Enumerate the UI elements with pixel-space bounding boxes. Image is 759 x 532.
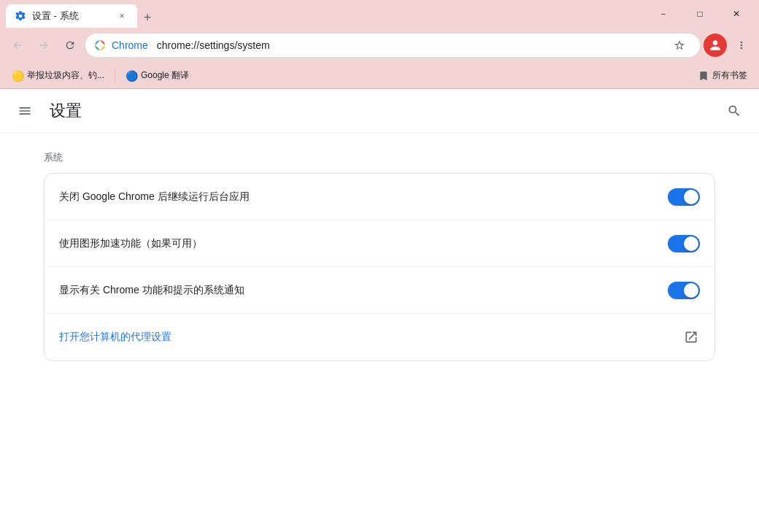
tab-settings-icon [15, 10, 26, 22]
bookmarks-divider [115, 69, 115, 83]
hardware-accel-toggle[interactable] [668, 235, 700, 252]
profile-button[interactable] [704, 34, 727, 57]
bookmark-item-spam[interactable]: 🟡 举报垃圾内容、钓... [6, 66, 110, 85]
settings-header: 设置 [0, 89, 759, 134]
sys-notifications-label: 显示有关 Chrome 功能和提示的系统通知 [59, 284, 668, 297]
bookmark-translate-label: Google 翻译 [141, 69, 189, 82]
page-title: 设置 [50, 100, 82, 122]
address-chrome-label: Chrome [112, 39, 148, 51]
svg-point-1 [98, 43, 101, 47]
settings-body: 系统 关闭 Google Chrome 后继续运行后台应用 使用图形加速功能（如… [0, 134, 759, 532]
navbar: Chrome chrome://settings/system [0, 28, 759, 63]
all-bookmarks-button[interactable]: 所有书签 [692, 66, 753, 85]
background-apps-toggle[interactable] [668, 188, 700, 206]
forward-button[interactable] [32, 34, 55, 57]
bookmark-spam-icon: 🟡 [12, 70, 24, 82]
tab-close-button[interactable]: × [115, 9, 128, 23]
maximize-button[interactable]: □ [683, 2, 717, 26]
close-button[interactable]: ✕ [720, 2, 753, 26]
settings-row-hardware-accel: 使用图形加速功能（如果可用） [45, 220, 714, 267]
bookmark-spam-label: 举报垃圾内容、钓... [27, 69, 104, 82]
address-security-icon [94, 39, 106, 51]
settings-row-proxy: 打开您计算机的代理设置 [45, 314, 714, 361]
tab-title-text: 设置 - 系统 [32, 9, 109, 23]
bookmark-item-translate[interactable]: 🔵 Google 翻译 [120, 66, 195, 85]
minimize-button[interactable]: － [647, 2, 680, 26]
main-content: 设置 系统 关闭 Google Chrome 后继续运行后台应用 使用图形加速功… [0, 89, 759, 532]
settings-row-sys-notifications: 显示有关 Chrome 功能和提示的系统通知 [45, 267, 714, 314]
external-link-icon [682, 328, 700, 346]
bookmarks-bar: 🟡 举报垃圾内容、钓... 🔵 Google 翻译 所有书签 [0, 63, 759, 89]
address-bar[interactable]: Chrome chrome://settings/system [85, 33, 701, 58]
proxy-settings-label[interactable]: 打开您计算机的代理设置 [59, 331, 682, 344]
all-bookmarks-icon [698, 70, 709, 82]
settings-menu-button[interactable] [12, 98, 38, 124]
address-text: chrome://settings/system [157, 39, 662, 51]
chrome-menu-button[interactable] [730, 34, 753, 57]
bookmark-star-button[interactable] [668, 34, 691, 57]
back-button[interactable] [6, 34, 29, 57]
background-apps-label: 关闭 Google Chrome 后继续运行后台应用 [59, 190, 668, 204]
all-bookmarks-label: 所有书签 [712, 69, 747, 82]
settings-row-background-apps: 关闭 Google Chrome 后继续运行后台应用 [45, 174, 714, 220]
bookmark-translate-icon: 🔵 [126, 70, 138, 82]
window-controls: － □ ✕ [647, 2, 753, 26]
sys-notifications-toggle[interactable] [668, 282, 700, 299]
hardware-accel-label: 使用图形加速功能（如果可用） [59, 237, 668, 250]
active-tab[interactable]: 设置 - 系统 × [6, 4, 137, 28]
titlebar: 设置 - 系统 × + － □ ✕ [0, 0, 759, 28]
new-tab-button[interactable]: + [137, 7, 158, 28]
search-settings-button[interactable] [721, 98, 747, 124]
section-title: 系统 [44, 151, 715, 164]
settings-card: 关闭 Google Chrome 后继续运行后台应用 使用图形加速功能（如果可用… [44, 173, 715, 361]
refresh-button[interactable] [58, 34, 82, 57]
tabs-area: 设置 - 系统 × + [6, 0, 644, 28]
